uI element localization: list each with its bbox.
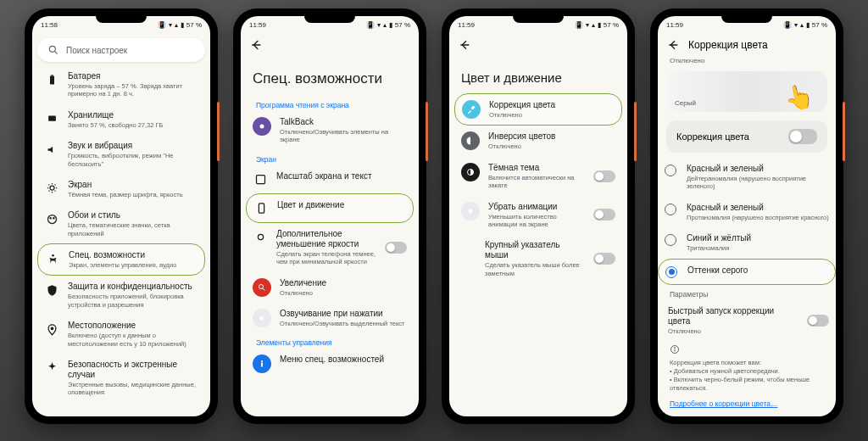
page-title: Коррекция цвета: [688, 39, 768, 51]
eyedropper-icon: [462, 100, 481, 119]
settings-item-storage[interactable]: ХранилищеЗанято 57 %, свободно 27,32 ГБ: [37, 104, 205, 135]
svg-point-11: [260, 125, 264, 129]
back-icon[interactable]: [249, 38, 263, 52]
section-reader: Программа чтения с экрана: [246, 96, 414, 111]
svg-rect-3: [51, 75, 53, 75]
master-toggle-row[interactable]: Коррекция цвета: [666, 120, 827, 153]
option-grayscale[interactable]: Оттенки серого: [658, 259, 836, 285]
page-subtitle: Отключено: [658, 57, 836, 68]
item-large-pointer[interactable]: Крупный указатель мышиСделать указатель …: [454, 234, 622, 283]
settings-item-wallpaper[interactable]: Обои и стильЦвета, тематические значки, …: [37, 204, 205, 243]
item-color-motion[interactable]: Цвет и движение: [246, 193, 414, 223]
invert-icon: [461, 131, 480, 150]
topbar: Коррекция цвета: [658, 33, 836, 57]
phone-1: 11:58 📳 ▾ ▴ ▮ 57 % Поиск настроек Батаре…: [25, 8, 218, 424]
svg-point-5: [50, 186, 54, 190]
menu-icon: [253, 354, 271, 373]
section-controls: Элементы управления: [246, 333, 414, 349]
info-icon: [670, 344, 680, 354]
radio[interactable]: [665, 266, 677, 278]
anim-icon: [461, 202, 480, 220]
svg-point-7: [50, 217, 51, 218]
svg-point-17: [261, 360, 263, 362]
svg-line-1: [54, 51, 57, 53]
item-a11y-menu[interactable]: Меню спец. возможностей: [246, 349, 414, 379]
item-select-to-speak[interactable]: Озвучивание при нажатииОтключено/Озвучив…: [246, 303, 414, 333]
settings-item-emergency[interactable]: Безопасность и экстренные случаиЭкстренн…: [37, 354, 205, 403]
signal-icon: ▴: [175, 21, 178, 29]
page-title: Цвет и движение: [449, 57, 627, 93]
option-tritanomaly[interactable]: Синий и жёлтыйТританомалия: [658, 227, 836, 258]
item-color-correction[interactable]: Коррекция цветаОтключено: [454, 93, 622, 126]
item-extra-dim[interactable]: Дополнительное уменьшение яркостиСделать…: [246, 223, 414, 272]
color-preview: Серый 👆: [666, 71, 827, 112]
toggle-extra-dim[interactable]: [385, 242, 407, 254]
page-title: Спец. возможности: [241, 57, 419, 96]
talkback-icon: [253, 117, 271, 136]
svg-rect-4: [48, 116, 56, 121]
item-color-inversion[interactable]: Инверсия цветовОтключено: [454, 126, 622, 156]
svg-rect-18: [261, 363, 263, 367]
option-protanomaly[interactable]: Красный и зеленыйПротаномалия (нарушено …: [658, 197, 836, 227]
settings-item-battery[interactable]: БатареяУровень заряда – 57 %. Заряда хва…: [37, 65, 205, 104]
preview-label: Серый: [675, 99, 696, 107]
svg-point-10: [51, 327, 53, 330]
svg-point-14: [258, 235, 263, 240]
svg-rect-2: [50, 75, 54, 84]
item-magnification[interactable]: УвеличениеОтключено: [246, 272, 414, 303]
toggle-dark[interactable]: [593, 170, 615, 182]
svg-point-8: [53, 217, 53, 218]
search-settings[interactable]: Поиск настроек: [37, 38, 205, 62]
svg-point-23: [675, 347, 676, 348]
radio[interactable]: [665, 165, 676, 176]
dark-icon: [461, 163, 480, 181]
settings-item-sound[interactable]: Звук и вибрацияГромкость, виброотклик, р…: [37, 135, 205, 174]
pointer-hand-icon: 👆: [782, 81, 815, 112]
item-quick-launch[interactable]: Быстрый запуск коррекции цветаОтключено: [658, 300, 836, 341]
svg-point-9: [52, 254, 54, 256]
wifi-icon: ▾: [169, 21, 172, 29]
toggle-anim[interactable]: [593, 209, 615, 220]
master-toggle[interactable]: [788, 129, 817, 144]
status-time: 11:58: [41, 21, 58, 29]
search-icon: [47, 44, 59, 56]
settings-item-location[interactable]: МестоположениеВключено (доступ к данным …: [37, 315, 205, 354]
item-scale[interactable]: Масштаб экрана и текст: [246, 165, 414, 193]
back-icon[interactable]: [666, 38, 680, 52]
section-screen: Экран: [246, 150, 414, 165]
svg-point-15: [259, 284, 264, 288]
svg-rect-12: [256, 176, 264, 184]
item-dark-theme[interactable]: Тёмная темаВключится автоматически на за…: [454, 157, 622, 196]
master-toggle-label: Коррекция цвета: [676, 131, 749, 142]
svg-line-16: [263, 288, 265, 291]
speak-icon: [253, 309, 271, 327]
info-box: Коррекция цвета поможет вам: • Добиватьс…: [658, 341, 836, 397]
toggle-quick[interactable]: [807, 315, 829, 327]
svg-point-20: [469, 209, 473, 213]
battery-icon: ▮: [181, 21, 184, 29]
settings-item-security[interactable]: Защита и конфиденциальностьБезопасность …: [37, 276, 205, 315]
params-label: Параметры: [658, 285, 836, 300]
phone-4: 11:59📳▾▴▮57 % Коррекция цвета Отключено …: [650, 8, 843, 424]
radio[interactable]: [665, 234, 676, 246]
toggle-mouse[interactable]: [593, 253, 615, 265]
vibrate-icon: 📳: [158, 21, 166, 29]
radio[interactable]: [665, 204, 676, 215]
svg-rect-13: [259, 204, 264, 213]
search-placeholder: Поиск настроек: [66, 46, 127, 55]
svg-point-6: [47, 215, 56, 223]
settings-item-display[interactable]: ЭкранТёмная тема, размер шрифта, яркость: [37, 174, 205, 204]
mag-icon: [253, 278, 271, 297]
settings-item-accessibility[interactable]: Спец. возможностиЭкран, элементы управле…: [37, 243, 205, 276]
phone-3: 11:59📳▾▴▮57 % Цвет и движение Коррекция …: [442, 8, 635, 424]
option-deuteranomaly[interactable]: Красный и зеленыйДейтераномалия (нарушен…: [658, 158, 836, 197]
battery-pct: 57 %: [186, 21, 202, 29]
item-talkback[interactable]: TalkBackОтключено/Озвучивать элементы на…: [246, 111, 414, 150]
phone-2: 11:59 📳▾▴▮57 % Спец. возможности Програм…: [233, 8, 426, 424]
svg-point-0: [49, 46, 55, 52]
item-remove-animations[interactable]: Убрать анимацииУменьшить количество аним…: [454, 196, 622, 235]
back-icon[interactable]: [458, 38, 471, 52]
learn-more-link[interactable]: Подробнее о коррекции цвета…: [658, 396, 836, 415]
